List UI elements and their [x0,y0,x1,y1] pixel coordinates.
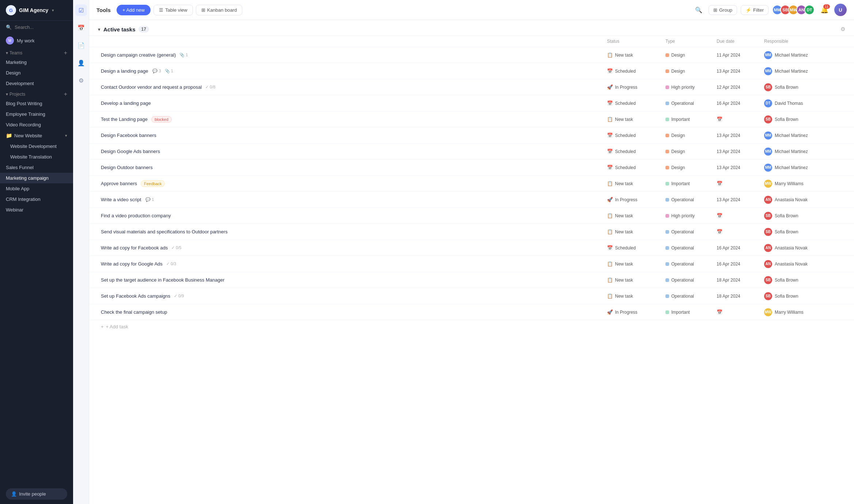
status-cell: 📋 New task [604,51,663,59]
sidebar-search[interactable]: 🔍 Search... [0,21,73,34]
sidebar-item-website-translation[interactable]: Website Translation [0,152,73,162]
status-cell: 📅 Scheduled [604,147,663,156]
task-name-cell: Test the Landing pageblocked [98,114,604,125]
sidebar-item-new-website[interactable]: 📁 New Website ▾ [0,130,73,141]
filter-button[interactable]: ⚡ Filter [741,5,768,15]
sidebar-header[interactable]: G GIM Agency ▾ [0,0,73,21]
user-avatar-button[interactable]: U [834,4,847,16]
table-row[interactable]: Contact Ourdoor vendor and request a pro… [89,79,854,95]
status-cell: 🚀 In Progress [604,83,663,91]
table-row[interactable]: Set up the target audience in Facebook B… [89,272,854,288]
table-row[interactable]: Approve bannersFeedback 📋 New task Impor… [89,176,854,192]
sidebar-item-employee-training[interactable]: Employee Training [0,109,73,119]
task-name-cell: Design Facebook banners [98,130,604,140]
table-row[interactable]: Set up Facebook Ads campaigns✓ 0/9 📋 New… [89,288,854,304]
tasks-icon[interactable]: ☑ [75,4,87,16]
sidebar-item-webinar[interactable]: Webinar [0,205,73,215]
table-row[interactable]: Write ad copy for Google Ads✓ 0/3 📋 New … [89,256,854,272]
table-row[interactable]: Design Facebook banners 📅 Scheduled Desi… [89,127,854,144]
responsible-cell: MW Marry Williams [761,307,834,318]
responsible-cell: SB Sofia Brown [761,291,834,302]
invite-people-button[interactable]: 👤 Invite people [6,488,67,500]
calendar-icon[interactable]: 📅 [75,22,87,34]
section-settings-icon[interactable]: ⚙ [840,26,845,33]
notifications-button[interactable]: 🔔 11 [818,4,831,16]
table-row[interactable]: Design a landing page💬 3📎 1 📅 Scheduled … [89,63,854,79]
table-row[interactable]: Write ad copy for Facebook ads✓ 0/5 📅 Sc… [89,240,854,256]
table-row[interactable]: Write a video script💬 1 🚀 In Progress Op… [89,192,854,208]
sidebar-item-marketing-campaign[interactable]: Marketing campaign [0,173,73,183]
table-view-button[interactable]: ☰ Table view [153,5,193,15]
table-row[interactable]: Check the final campaign setup 🚀 In Prog… [89,304,854,320]
collaborators-avatars[interactable]: MM SB MW AN DT [772,5,815,15]
date-cell: 16 Apr 2024 [714,260,761,268]
date-cell: 📅 [714,228,761,236]
column-headers: Status Type Due date Responsible [89,36,854,47]
kanban-board-button[interactable]: ⊞ Kanban board [196,5,243,15]
sidebar-item-blog-post-writing[interactable]: Blog Post Writing [0,98,73,109]
type-cell: Design [663,164,714,172]
responsible-cell: SB Sofia Brown [761,82,834,93]
sidebar-item-my-work[interactable]: M My work [0,34,73,47]
person-icon[interactable]: 👤 [75,57,87,69]
responsible-cell: MM Michael Martinez [761,146,834,157]
section-title: Active tasks [103,26,136,33]
kanban-icon: ⊞ [201,7,205,13]
sidebar-item-crm-integration[interactable]: CRM Integration [0,194,73,205]
task-list: Design campaign creative (general)📎 1 📋 … [89,47,854,320]
type-cell: Operational [663,260,714,268]
status-cell: 📅 Scheduled [604,67,663,75]
sidebar-item-development[interactable]: Development [0,78,73,89]
status-cell: 📋 New task [604,115,663,123]
section-header: ▾ Active tasks 17 ⚙ [89,20,854,36]
type-cell: Operational [663,99,714,107]
sidebar-item-design[interactable]: Design [0,68,73,78]
task-name-cell: Develop a landing page [98,98,604,108]
table-row[interactable]: Design campaign creative (general)📎 1 📋 … [89,47,854,63]
document-icon[interactable]: 📄 [75,39,87,51]
task-name-cell: Design Google Ads banners [98,146,604,156]
date-cell: 11 Apr 2024 [714,51,761,59]
group-button[interactable]: ⊞ Group [709,5,737,15]
table-row[interactable]: Find a video production company 📋 New ta… [89,208,854,224]
sidebar-item-mobile-app[interactable]: Mobile App [0,183,73,194]
table-row[interactable]: Develop a landing page 📅 Scheduled Opera… [89,95,854,111]
tools-label: Tools [96,7,111,13]
teams-label[interactable]: ▾ Teams [6,50,22,56]
responsible-cell: MM Michael Martinez [761,50,834,61]
responsible-cell: MW Marry Williams [761,178,834,189]
task-name-cell: Write a video script💬 1 [98,195,604,205]
status-cell: 🚀 In Progress [604,195,663,204]
type-cell: Operational [663,244,714,252]
avatar[interactable]: DT [804,5,815,15]
task-name-cell: Write ad copy for Facebook ads✓ 0/5 [98,243,604,253]
task-name-cell: Send visual materials and specifications… [98,227,604,237]
section-toggle-button[interactable]: ▾ [98,27,100,32]
sidebar-item-website-development[interactable]: Website Development [0,141,73,152]
add-new-button[interactable]: + Add new [117,5,151,15]
status-cell: 📋 New task [604,228,663,236]
table-row[interactable]: Send visual materials and specifications… [89,224,854,240]
chevron-down-icon: ▾ [52,8,54,13]
status-cell: 📅 Scheduled [604,163,663,172]
add-team-button[interactable]: + [64,50,67,56]
sidebar-item-video-recording[interactable]: Video Recording [0,119,73,130]
table-row[interactable]: Design Outdoor banners 📅 Scheduled Desig… [89,160,854,176]
date-cell: 18 Apr 2024 [714,276,761,284]
date-cell: 13 Apr 2024 [714,196,761,204]
add-task-row[interactable]: + + Add task [89,320,854,333]
add-project-button[interactable]: + [64,91,67,98]
task-name-cell: Write ad copy for Google Ads✓ 0/3 [98,259,604,269]
search-icon: 🔍 [6,24,12,30]
projects-label[interactable]: ▾ Projects [6,92,25,97]
sidebar-item-marketing[interactable]: Marketing [0,57,73,68]
settings-icon[interactable]: ⚙ [75,75,87,86]
status-cell: 📋 New task [604,292,663,300]
table-row[interactable]: Design Google Ads banners 📅 Scheduled De… [89,144,854,160]
folder-icon: 📁 [6,133,12,138]
sidebar-item-sales-funnel[interactable]: Sales Funnel [0,162,73,173]
search-button[interactable]: 🔍 [692,4,705,16]
table-row[interactable]: Test the Landing pageblocked 📋 New task … [89,111,854,127]
date-cell: 13 Apr 2024 [714,131,761,140]
table-view-icon: ☰ [159,7,163,13]
